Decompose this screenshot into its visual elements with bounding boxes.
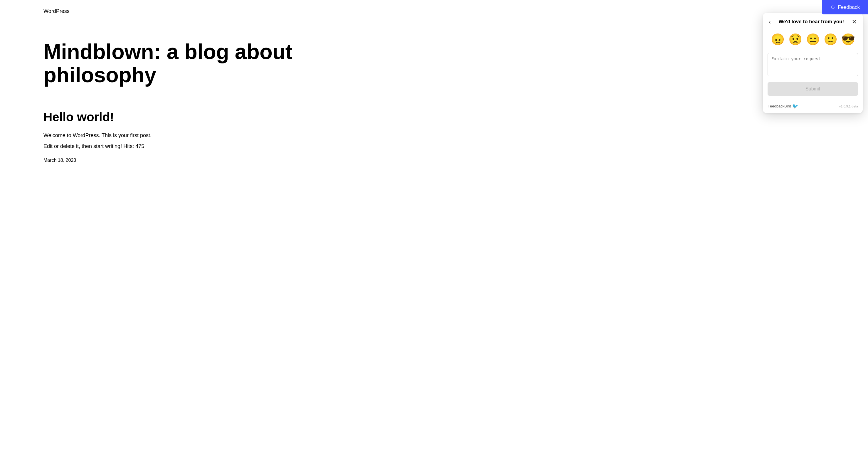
post-title: Hello world! (43, 110, 825, 124)
feedback-button[interactable]: ☺ Feedback (822, 0, 868, 14)
popup-back-button[interactable]: ‹ (769, 19, 771, 25)
emoji-smile[interactable]: 🙂 (823, 32, 839, 47)
feedback-button-label: Feedback (838, 4, 860, 10)
popup-submit-button[interactable]: Submit (768, 82, 858, 96)
popup-footer: FeedbackBird 🐦 v1.0.9.1-beta (763, 100, 863, 113)
popup-version: v1.0.9.1-beta (839, 104, 858, 108)
post-body-line1: Welcome to WordPress. This is your first… (43, 131, 825, 140)
feedbackbird-label: FeedbackBird (768, 104, 791, 108)
post-date: March 18, 2023 (43, 158, 825, 163)
popup-header: ‹ We'd love to hear from you! ✕ (763, 13, 863, 29)
popup-title: We'd love to hear from you! (771, 19, 852, 25)
emoji-cool[interactable]: 😎 (840, 32, 856, 47)
site-header: WordPress (0, 0, 868, 23)
post-body-line2: Edit or delete it, then start writing! H… (43, 142, 825, 151)
post-article: Hello world! Welcome to WordPress. This … (43, 110, 825, 163)
popup-close-button[interactable]: ✕ (852, 19, 857, 25)
popup-textarea-wrap (763, 53, 863, 82)
emoji-sad[interactable]: 😟 (787, 32, 803, 47)
blog-title: Mindblown: a blog about philosophy (43, 40, 308, 87)
feedback-button-container: ☺ Feedback (822, 0, 868, 14)
emoji-row: 😠 😟 😐 🙂 😎 (763, 29, 863, 53)
emoji-angry[interactable]: 😠 (770, 32, 786, 47)
feedbackbird-icon: 🐦 (792, 103, 798, 109)
feedback-textarea[interactable] (768, 53, 858, 76)
feedback-popup: ‹ We'd love to hear from you! ✕ 😠 😟 😐 🙂 … (763, 13, 863, 113)
site-title: WordPress (43, 8, 70, 14)
feedbackbird-brand: FeedbackBird 🐦 (768, 103, 798, 109)
main-content: Mindblown: a blog about philosophy Hello… (0, 23, 868, 181)
feedback-smiley-icon: ☺ (830, 4, 835, 10)
emoji-neutral[interactable]: 😐 (805, 32, 821, 47)
